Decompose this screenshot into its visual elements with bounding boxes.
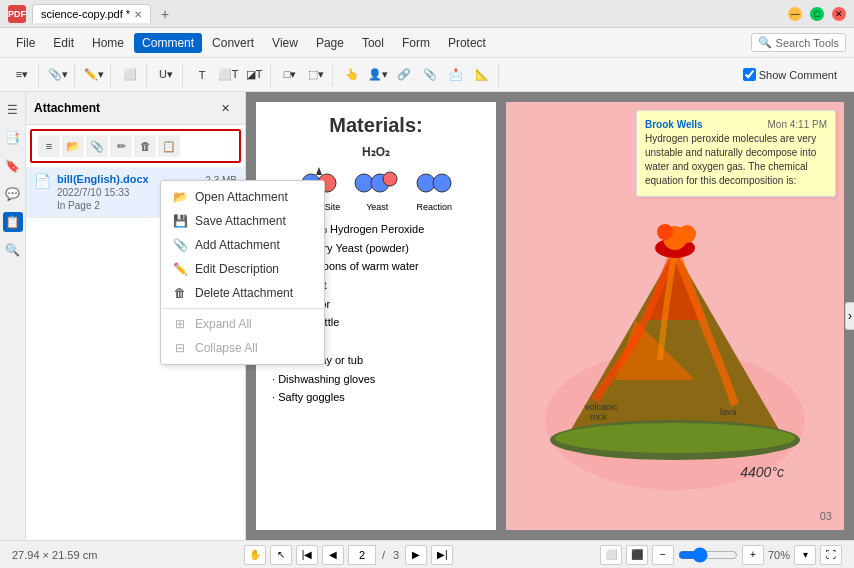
ctx-open-icon: 📂 [173, 190, 187, 204]
prev-page-btn[interactable]: ◀ [322, 545, 344, 565]
ctx-delete-attachment[interactable]: 🗑 Delete Attachment [161, 281, 324, 305]
hand-tool-btn[interactable]: ✋ [244, 545, 266, 565]
toolbar-measure-btn[interactable]: 📐 [470, 63, 494, 87]
toolbar-shape-btn[interactable]: □▾ [278, 63, 302, 87]
ctx-open-attachment[interactable]: 📂 Open Attachment [161, 185, 324, 209]
ctx-edit-description[interactable]: ✏️ Edit Description [161, 257, 324, 281]
toolbar-area-btn[interactable]: ⬚▾ [304, 63, 328, 87]
menu-file[interactable]: File [8, 33, 43, 53]
sidebar-icon-nav[interactable]: ☰ [3, 100, 23, 120]
ctx-save-icon: 💾 [173, 214, 187, 228]
toolbar-draw-btn[interactable]: ✏️▾ [82, 63, 106, 87]
toolbar-clip-btn[interactable]: 📎 [418, 63, 442, 87]
sidebar-icon-bookmarks[interactable]: 🔖 [3, 156, 23, 176]
page-separator: / [382, 549, 385, 561]
current-page-input[interactable] [348, 545, 376, 565]
menu-edit[interactable]: Edit [45, 33, 82, 53]
last-page-btn[interactable]: ▶| [431, 545, 453, 565]
maximize-button[interactable]: □ [810, 7, 824, 21]
context-menu: 📂 Open Attachment 💾 Save Attachment 📎 Ad… [160, 180, 325, 365]
menu-tool[interactable]: Tool [354, 33, 392, 53]
attach-tb-menu[interactable]: ≡ [38, 135, 60, 157]
status-bar: 27.94 × 21.59 cm ✋ ↖ |◀ ◀ / 3 ▶ ▶| ⬜ ⬛ −… [0, 540, 854, 568]
menu-form[interactable]: Form [394, 33, 438, 53]
zoom-out-btn[interactable]: − [652, 545, 674, 565]
tab-close-btn[interactable]: ✕ [134, 9, 142, 20]
zoom-in-btn[interactable]: + [742, 545, 764, 565]
attach-tb-open[interactable]: 📂 [62, 135, 84, 157]
page-number: 03 [820, 510, 832, 522]
toolbar-group-8: 👆 👤▾ 🔗 📎 📩 📐 [336, 63, 499, 87]
toolbar-attach-btn[interactable]: 📎▾ [46, 63, 70, 87]
toolbar-group-1: ≡▾ [6, 63, 39, 87]
collapse-panel-btn[interactable]: › [845, 302, 854, 330]
svg-text:rock: rock [590, 412, 608, 422]
toolbar-group-7: □▾ ⬚▾ [274, 63, 333, 87]
sidebar-icon-pages[interactable]: 📑 [3, 128, 23, 148]
menu-comment[interactable]: Comment [134, 33, 202, 53]
page-dimensions: 27.94 × 21.59 cm [12, 549, 97, 561]
svg-marker-2 [316, 167, 322, 175]
menu-protect[interactable]: Protect [440, 33, 494, 53]
first-page-btn[interactable]: |◀ [296, 545, 318, 565]
new-tab-btn[interactable]: + [157, 6, 173, 22]
search-icon: 🔍 [758, 36, 772, 49]
sidebar-icon-comments[interactable]: 💬 [3, 184, 23, 204]
search-tools-label: Search Tools [776, 37, 839, 49]
ctx-expand-all: ⊞ Expand All [161, 312, 324, 336]
menu-page[interactable]: Page [308, 33, 352, 53]
ctx-save-attachment[interactable]: 💾 Save Attachment [161, 209, 324, 233]
zoom-controls: ⬜ ⬛ − + 70% ▾ ⛶ [600, 545, 842, 565]
toolbar-underline-btn[interactable]: U▾ [154, 63, 178, 87]
toolbar-link-btn[interactable]: 🔗 [392, 63, 416, 87]
temperature-label: 4400°c [740, 464, 784, 480]
pdf-area: Materials: H₂O₂ Active Site [246, 92, 854, 540]
ctx-delete-label: Delete Attachment [195, 286, 293, 300]
menu-view[interactable]: View [264, 33, 306, 53]
close-button[interactable]: ✕ [832, 7, 846, 21]
minimize-button[interactable]: — [788, 7, 802, 21]
show-comment-toggle[interactable]: Show Comment [736, 64, 844, 85]
svg-point-16 [657, 224, 673, 240]
toolbar-callout-btn[interactable]: ◪T [242, 63, 266, 87]
toolbar-sound-btn[interactable]: 📩 [444, 63, 468, 87]
next-page-btn[interactable]: ▶ [405, 545, 427, 565]
toolbar-stamp-btn[interactable]: 👆 [340, 63, 364, 87]
toolbar-btn-1[interactable]: ≡▾ [10, 63, 34, 87]
attachment-panel-close[interactable]: ✕ [213, 96, 237, 120]
fit-page-btn[interactable]: ⬛ [626, 545, 648, 565]
menu-convert[interactable]: Convert [204, 33, 262, 53]
ctx-save-label: Save Attachment [195, 214, 286, 228]
fullscreen-btn[interactable]: ⛶ [820, 545, 842, 565]
menu-home[interactable]: Home [84, 33, 132, 53]
comment-text: Hydrogen peroxide molecules are very uns… [645, 132, 827, 188]
show-comment-checkbox[interactable] [743, 68, 756, 81]
attach-tb-clip[interactable]: 📎 [86, 135, 108, 157]
svg-point-5 [383, 172, 397, 186]
toolbar-text-btn[interactable]: T [190, 63, 214, 87]
toolbar-group-2: 📎▾ [42, 63, 75, 87]
toolbar-note-btn[interactable]: 👤▾ [366, 63, 390, 87]
formula-label: H₂O₂ [268, 145, 484, 159]
search-tools[interactable]: 🔍 Search Tools [751, 33, 846, 52]
attach-tb-more[interactable]: 📋 [158, 135, 180, 157]
reaction-label: Reaction [414, 202, 454, 212]
toolbar-eraser-btn[interactable]: ⬜ [118, 63, 142, 87]
show-comment-group: Show Comment [732, 64, 848, 85]
toolbar-textbox-btn[interactable]: ⬜T [216, 63, 240, 87]
menu-bar: File Edit Home Comment Convert View Page… [0, 28, 854, 58]
toolbar: ≡▾ 📎▾ ✏️▾ ⬜ U▾ T ⬜T ◪T □▾ ⬚▾ 👆 👤▾ 🔗 📎 📩 … [0, 58, 854, 92]
select-tool-btn[interactable]: ↖ [270, 545, 292, 565]
attach-tb-delete[interactable]: 🗑 [134, 135, 156, 157]
zoom-slider[interactable] [678, 547, 738, 563]
sidebar-icon-search[interactable]: 🔍 [3, 240, 23, 260]
current-tab[interactable]: science-copy.pdf * ✕ [32, 4, 151, 23]
attachment-panel-header: Attachment ✕ [26, 92, 245, 125]
materials-title: Materials: [268, 114, 484, 137]
sidebar-icon-attachments[interactable]: 📋 [3, 212, 23, 232]
fit-width-btn[interactable]: ⬜ [600, 545, 622, 565]
svg-text:lava: lava [720, 407, 737, 417]
zoom-dropdown-btn[interactable]: ▾ [794, 545, 816, 565]
ctx-add-attachment[interactable]: 📎 Add Attachment [161, 233, 324, 257]
attach-tb-edit[interactable]: ✏ [110, 135, 132, 157]
